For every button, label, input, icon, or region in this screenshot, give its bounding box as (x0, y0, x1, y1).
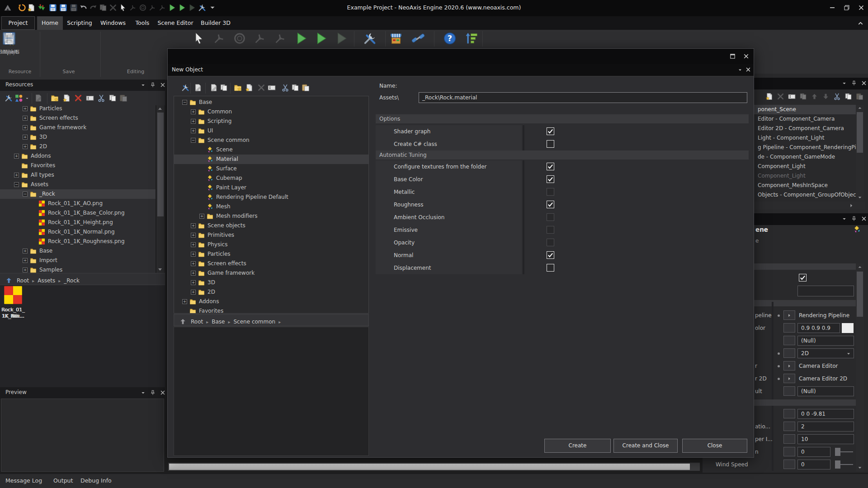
property-dropdown[interactable]: 2D (797, 348, 854, 358)
ribbon-tool-play-icon[interactable] (335, 32, 349, 45)
dialog-toolbar-copy-icon[interactable] (291, 84, 299, 92)
properties-empty-field[interactable] (797, 286, 854, 296)
dialog-toolbar-copy-icon[interactable] (220, 84, 228, 92)
resources-toolbar-page-edit-icon[interactable] (34, 94, 42, 102)
scroll-up-icon[interactable] (857, 264, 863, 270)
tree-expander-icon[interactable]: + (182, 299, 187, 304)
property-value-field[interactable]: (Null) (797, 386, 854, 396)
tree-item-cubemap[interactable]: Cubemap (174, 174, 368, 183)
preview-panel-close-icon[interactable] (160, 389, 166, 396)
property-value-field[interactable]: 2 (797, 422, 854, 432)
tree-expander-icon[interactable]: + (199, 214, 204, 219)
ribbon-tool-sort-icon[interactable] (465, 32, 478, 45)
window-minimize-button[interactable] (826, 2, 839, 13)
ribbon-tool-play-icon[interactable] (315, 32, 328, 45)
breadcrumb-segment[interactable]: Scene common (233, 319, 275, 325)
dropdown-chevron-icon[interactable] (846, 351, 851, 357)
dialog-toolbar-rename-icon[interactable] (268, 84, 276, 92)
objects-panel-pin-icon[interactable] (851, 80, 857, 86)
tree-expander-icon[interactable]: + (191, 242, 196, 247)
tree-item-primitives[interactable]: +Primitives (174, 230, 368, 240)
tree-expander-icon[interactable]: − (14, 182, 19, 187)
resources-toolbar-file-star-icon[interactable] (62, 94, 71, 102)
checkbox-opacity[interactable] (547, 239, 554, 246)
center-horizontal-scrollbar[interactable] (168, 463, 700, 471)
scroll-thumb[interactable] (857, 112, 863, 153)
name-input[interactable]: _Rock\Rock.material (419, 92, 747, 103)
property-value-field[interactable]: 0 (797, 447, 830, 457)
property-value-field[interactable]: (Null) (797, 336, 854, 346)
ribbon-tool-help-icon[interactable]: ? (443, 32, 457, 45)
dialog-inner-close-icon[interactable] (745, 66, 751, 74)
properties-panel-menu-chevron-icon[interactable] (841, 216, 847, 222)
tree-item-screen-effects[interactable]: +Screen effects (0, 113, 156, 123)
property-slider-handle[interactable] (835, 448, 840, 456)
ribbon-tool-store-icon[interactable] (389, 32, 403, 45)
tree-item-assets[interactable]: −Assets (0, 180, 156, 189)
create-and-close-button[interactable]: Create and Close (613, 439, 678, 453)
property-value-field[interactable]: 0.9 0.9 0.9 (797, 323, 840, 333)
tab-tools[interactable]: Tools (132, 16, 153, 30)
objects-toolbar-delete-x-icon[interactable] (777, 93, 784, 100)
resources-tree-scrollbar[interactable] (156, 105, 165, 273)
property-widget-button[interactable] (783, 434, 795, 444)
ribbon-tool-ring-icon[interactable] (233, 32, 246, 45)
window-restore-button[interactable] (840, 2, 854, 13)
tree-item-3d[interactable]: +3D (0, 132, 156, 142)
tree-item-scripting[interactable]: +Scripting (174, 117, 368, 126)
tree-expander-icon[interactable]: + (23, 135, 28, 140)
tab-home[interactable]: Home (37, 16, 63, 30)
tree-item-rendering-pipeline-default[interactable]: Rendering Pipeline Default (174, 192, 368, 202)
objects-toolbar-cut-icon[interactable] (833, 93, 841, 100)
properties-scrollbar[interactable] (856, 263, 864, 471)
checkbox-displacement[interactable] (547, 264, 554, 272)
checkbox-metallic[interactable] (547, 188, 554, 196)
status-tab-debug-info[interactable]: Debug Info (80, 477, 112, 484)
tree-item-paint-layer[interactable]: Paint Layer (174, 183, 368, 192)
property-widget-button[interactable] (783, 374, 795, 383)
ribbon-tool-connector-icon[interactable] (411, 32, 425, 45)
tab-scene-editor[interactable]: Scene Editor (156, 16, 195, 30)
breadcrumb-up-icon[interactable] (179, 318, 186, 325)
checkbox-base-color[interactable] (547, 175, 554, 183)
property-value-field[interactable]: 0 0 -9.81 (797, 409, 854, 419)
dialog-toolbar-page-edit-icon[interactable] (210, 84, 218, 92)
checkbox-shader-graph[interactable] (547, 127, 554, 135)
window-close-button[interactable] (854, 2, 868, 13)
breadcrumb-segment[interactable]: Base (212, 319, 225, 325)
resources-panel-close-icon[interactable] (160, 82, 166, 88)
tree-item-rock-01-1k-height-png[interactable]: Rock_01_1K_Height.png (0, 218, 156, 227)
resources-toolbar-chevron-down-icon[interactable] (25, 96, 29, 101)
scroll-thumb[interactable] (857, 272, 863, 317)
scroll-right-icon[interactable] (848, 202, 854, 209)
tree-item-3d[interactable]: +3D (174, 278, 368, 287)
dialog-toolbar-file-star-icon[interactable] (245, 84, 253, 92)
tree-item-favorites[interactable]: Favorites (0, 161, 156, 170)
dialog-toolbar-wrench-icon[interactable] (181, 84, 189, 92)
tree-expander-icon[interactable]: + (23, 116, 28, 121)
tab-project[interactable]: Project (1, 16, 35, 30)
property-widget-button[interactable] (783, 409, 795, 418)
tree-item-material[interactable]: Material (174, 155, 368, 164)
status-tab-output[interactable]: Output (53, 477, 73, 484)
checkbox-roughness[interactable] (547, 201, 554, 208)
tree-expander-icon[interactable]: − (191, 138, 196, 143)
tree-item-particles[interactable]: +Particles (0, 105, 156, 113)
tree-item-scene-common[interactable]: −Scene common (174, 136, 368, 145)
breadcrumb-up-icon[interactable] (5, 277, 12, 284)
tree-item--rock[interactable]: −_Rock (0, 189, 156, 199)
tree-expander-icon[interactable]: + (14, 173, 19, 178)
preview-panel-pin-icon[interactable] (150, 389, 156, 396)
tree-item-scene-objects[interactable]: +Scene objects (174, 221, 368, 230)
tree-expander-icon[interactable]: + (191, 280, 196, 285)
property-widget-button[interactable] (783, 386, 795, 396)
tree-item-rock-01-1k-normal-png[interactable]: Rock_01_1K_Normal.png (0, 227, 156, 237)
ribbon-tool-cursor-icon[interactable] (192, 32, 206, 45)
scroll-down-icon[interactable] (857, 195, 863, 200)
property-widget-button[interactable] (783, 323, 795, 333)
ribbon-collapse-icon[interactable] (857, 20, 864, 28)
resources-toolbar-paste-icon[interactable] (119, 94, 127, 102)
property-slider-handle[interactable] (835, 460, 840, 469)
tree-item-ui[interactable]: +UI (174, 126, 368, 136)
resources-toolbar-rename-icon[interactable] (86, 94, 94, 102)
